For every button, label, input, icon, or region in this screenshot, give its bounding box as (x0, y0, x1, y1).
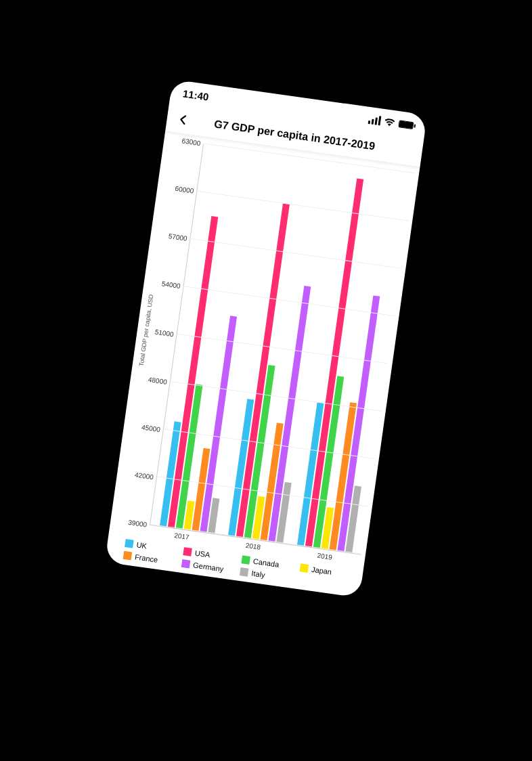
legend-label: UK (136, 540, 148, 550)
battery-icon (398, 120, 414, 129)
y-tick: 39000 (128, 519, 148, 529)
y-tick: 42000 (135, 471, 154, 481)
y-tick: 54000 (161, 280, 181, 290)
legend-label: USA (194, 549, 210, 559)
x-tick: 2017 (174, 531, 190, 541)
phone-frame: 11:40 G7 GDP per capita in 2017-2019 Tot… (105, 79, 428, 598)
legend-label: Germany (193, 561, 224, 573)
cellular-icon (368, 114, 382, 125)
x-tick: 2019 (317, 552, 333, 561)
y-tick: 45000 (141, 423, 160, 433)
back-button[interactable] (173, 109, 194, 131)
legend-swatch (183, 547, 192, 557)
y-tick: 48000 (148, 376, 167, 386)
legend-label: Italy (251, 569, 266, 579)
legend-label: France (134, 552, 158, 564)
legend-swatch (240, 567, 249, 577)
y-tick: 51000 (154, 328, 174, 338)
bar (337, 295, 380, 552)
legend-swatch (300, 563, 309, 573)
y-tick: 57000 (168, 232, 187, 242)
legend-swatch (181, 559, 191, 569)
legend-label: Canada (252, 557, 280, 569)
legend-swatch (241, 555, 250, 565)
legend-item: Japan (300, 563, 359, 580)
legend-swatch (125, 539, 134, 548)
x-tick: 2018 (245, 542, 261, 551)
chart-container: Total GDP per capita, USD 39000420004500… (105, 131, 420, 598)
chevron-left-icon (178, 114, 189, 125)
legend-label: Japan (311, 565, 332, 576)
y-tick: 63000 (181, 137, 201, 147)
legend-swatch (123, 551, 133, 561)
wifi-icon (384, 118, 395, 127)
status-time: 11:40 (182, 87, 209, 102)
y-tick: 60000 (175, 185, 194, 195)
